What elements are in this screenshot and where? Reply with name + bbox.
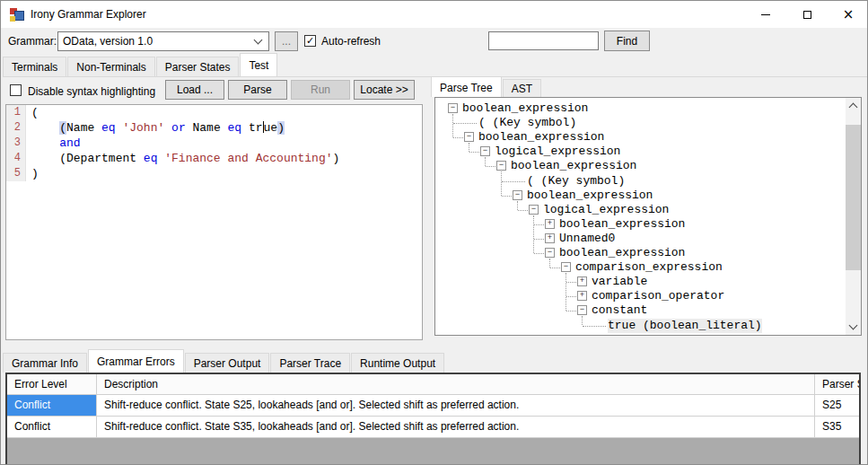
tree-node-label[interactable]: comparison_expression xyxy=(575,260,723,275)
tree-node[interactable]: ( (Key symbol) xyxy=(435,174,847,189)
locate-button[interactable]: Locate >> xyxy=(354,80,415,100)
browse-grammar-button[interactable]: ... xyxy=(275,31,298,51)
tab-parser-states[interactable]: Parser States xyxy=(156,57,240,76)
code-editor[interactable]: 1(2 (Name eq 'John' or Name eq true)3 an… xyxy=(5,104,423,340)
tree-node[interactable]: −boolean_expression xyxy=(435,130,847,145)
tab-grammar-errors[interactable]: Grammar Errors xyxy=(88,349,184,373)
tree-node-label[interactable]: ( (Key symbol) xyxy=(478,116,576,130)
tree-node-label[interactable]: boolean_expression xyxy=(478,130,604,145)
editor-line[interactable]: 1( xyxy=(6,105,422,120)
code-token: or xyxy=(171,121,186,135)
code-token xyxy=(31,121,59,135)
tree-node[interactable]: −boolean_expression xyxy=(435,246,847,260)
tree-node[interactable]: −comparison_expression xyxy=(435,260,847,275)
scroll-up-button[interactable] xyxy=(846,98,861,113)
grid-cell[interactable]: S25 xyxy=(815,395,859,416)
load-button[interactable]: Load ... xyxy=(165,80,224,100)
expander-minus-icon[interactable]: − xyxy=(480,146,490,156)
chevron-down-icon xyxy=(849,321,858,330)
tree-node-label[interactable]: boolean_expression xyxy=(559,246,685,260)
parse-button[interactable]: Parse xyxy=(228,80,287,100)
tree-node[interactable]: true (boolean_literal) xyxy=(435,319,847,333)
tree-node-label[interactable]: logical_expression xyxy=(495,145,620,159)
tab-runtime-output[interactable]: Runtime Output xyxy=(351,353,444,373)
grid-cell[interactable]: Shift-reduce conflict. State S25, lookah… xyxy=(97,395,815,416)
grid-cell[interactable]: Shift-reduce conflict. State S35, lookah… xyxy=(97,417,815,437)
tree-node-label[interactable]: constant xyxy=(592,303,647,318)
tree-node-label[interactable]: boolean_expression xyxy=(462,101,588,116)
tree-node[interactable]: −boolean_expression xyxy=(435,159,847,173)
tree-node-label[interactable]: comparison_operator xyxy=(592,289,724,303)
line-number: 5 xyxy=(6,166,26,181)
expander-minus-icon[interactable]: − xyxy=(464,132,474,142)
tree-node[interactable]: ( (Key symbol) xyxy=(435,116,847,130)
grid-header-description[interactable]: Description xyxy=(97,374,815,394)
tree-node[interactable]: −logical_expression xyxy=(435,203,847,217)
disable-syntax-checkbox[interactable] xyxy=(10,84,22,96)
grid-header-parser-sta[interactable]: Parser Sta xyxy=(815,374,859,394)
expander-minus-icon[interactable]: − xyxy=(577,305,587,315)
tree-node-label[interactable]: Unnamed0 xyxy=(559,232,615,246)
scroll-down-button[interactable] xyxy=(846,320,861,335)
tab-parser-trace[interactable]: Parser Trace xyxy=(270,353,350,373)
expander-minus-icon[interactable]: − xyxy=(513,190,522,200)
tree-node[interactable]: +boolean_expression xyxy=(435,217,847,232)
auto-refresh-checkbox[interactable]: ✓ xyxy=(304,35,316,47)
expander-plus-icon[interactable]: + xyxy=(577,276,587,286)
tree-node[interactable]: −boolean_expression xyxy=(435,101,847,116)
code-text: (Name eq 'John' or Name eq true) xyxy=(26,120,285,136)
minimize-button[interactable] xyxy=(745,1,786,28)
maximize-button[interactable] xyxy=(786,1,828,28)
editor-line[interactable]: 4 (Department eq 'Finance and Accounting… xyxy=(6,151,422,166)
editor-line[interactable]: 3 and xyxy=(6,136,422,151)
scroll-thumb[interactable] xyxy=(846,125,861,270)
expander-minus-icon[interactable]: − xyxy=(448,103,458,113)
grid-cell[interactable]: Conflict xyxy=(7,395,97,416)
tree-node[interactable]: −logical_expression xyxy=(435,145,847,159)
editor-line[interactable]: 2 (Name eq 'John' or Name eq true) xyxy=(6,120,422,136)
find-input[interactable] xyxy=(488,31,599,50)
tab-test[interactable]: Test xyxy=(240,53,277,76)
tree-node-label[interactable]: boolean_expression xyxy=(511,159,636,173)
tab-ast[interactable]: AST xyxy=(503,79,541,97)
grid-cell[interactable]: S35 xyxy=(815,417,859,437)
expander-plus-icon[interactable]: + xyxy=(545,233,555,243)
grid-row[interactable]: ConflictShift-reduce conflict. State S35… xyxy=(7,417,859,438)
tree-node[interactable]: +comparison_operator xyxy=(435,289,847,303)
app-icon-blue-square xyxy=(14,11,24,21)
expander-plus-icon[interactable]: + xyxy=(545,219,555,229)
expander-minus-icon[interactable]: − xyxy=(496,161,506,171)
tree-scrollbar[interactable] xyxy=(846,98,861,335)
bottom-tab-strip: Grammar InfoGrammar ErrorsParser OutputP… xyxy=(3,352,445,373)
tree-node-label[interactable]: boolean_expression xyxy=(527,189,653,203)
minimize-icon xyxy=(761,14,770,15)
expander-minus-icon[interactable]: − xyxy=(529,205,539,215)
tree-node-label[interactable]: boolean_expression xyxy=(559,217,685,232)
close-button[interactable]: × xyxy=(828,1,868,28)
tab-parser-output[interactable]: Parser Output xyxy=(185,353,270,373)
expander-minus-icon[interactable]: − xyxy=(545,248,555,258)
tab-parse-tree[interactable]: Parse Tree xyxy=(431,76,502,97)
tree-node[interactable]: −boolean_expression xyxy=(435,189,847,203)
tab-grammar-info[interactable]: Grammar Info xyxy=(3,353,87,373)
grid-cell[interactable]: Conflict xyxy=(7,417,97,437)
grid-row[interactable]: ConflictShift-reduce conflict. State S25… xyxy=(7,395,859,417)
expander-plus-icon[interactable]: + xyxy=(577,291,587,301)
tree-node[interactable]: +variable xyxy=(435,275,847,289)
tab-terminals[interactable]: Terminals xyxy=(3,57,66,76)
editor-line[interactable]: 5) xyxy=(6,166,422,181)
tree-node[interactable]: +Unnamed0 xyxy=(435,232,847,246)
expander-minus-icon[interactable]: − xyxy=(561,262,571,272)
find-button[interactable]: Find xyxy=(604,31,650,51)
tree-node[interactable]: −constant xyxy=(435,303,847,318)
tree-node-label[interactable]: variable xyxy=(592,275,647,289)
tree-node-label[interactable]: ( (Key symbol) xyxy=(527,174,625,189)
line-number: 2 xyxy=(6,120,26,136)
tab-non-terminals[interactable]: Non-Terminals xyxy=(67,57,154,76)
grammar-combobox[interactable]: OData, version 1.0 xyxy=(57,31,269,51)
grammar-label: Grammar: xyxy=(8,35,57,48)
grid-header-error-level[interactable]: Error Level xyxy=(7,374,97,394)
tree-node-label[interactable]: logical_expression xyxy=(543,203,669,217)
tree-node-label[interactable]: true (boolean_literal) xyxy=(608,319,762,333)
maximize-icon xyxy=(803,11,811,19)
